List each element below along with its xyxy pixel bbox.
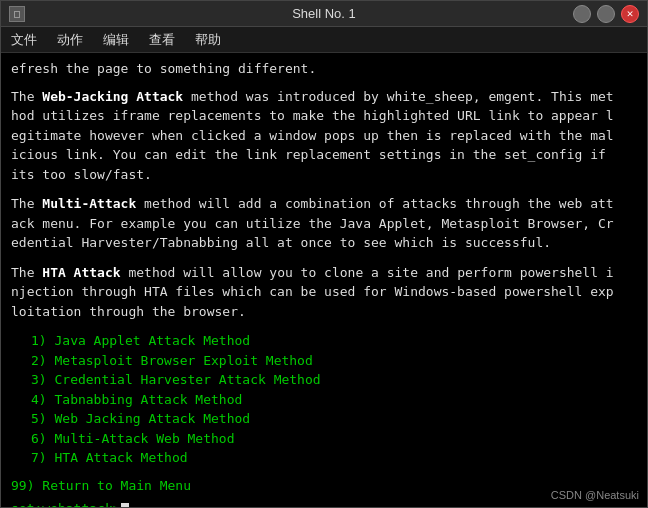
attack-list: 1) Java Applet Attack Method 2) Metasplo… [31, 331, 637, 468]
list-item-3: 3) Credential Harvester Attack Method [31, 370, 637, 390]
menu-file[interactable]: 文件 [7, 29, 41, 51]
list-item-4: 4) Tabnabbing Attack Method [31, 390, 637, 410]
web-jacking-section: The Web-Jacking Attack method was introd… [11, 87, 637, 185]
list-item-2: 2) Metasploit Browser Exploit Method [31, 351, 637, 371]
prompt-text: set:webattack> [11, 501, 121, 507]
multi-attack-label: Multi-Attack [42, 196, 136, 211]
list-item-6: 6) Multi-Attack Web Method [31, 429, 637, 449]
list-item-5: 5) Web Jacking Attack Method [31, 409, 637, 429]
menu-bar: 文件 动作 编辑 查看 帮助 [1, 27, 647, 53]
cursor [121, 503, 129, 508]
title-bar-left: □ [9, 6, 29, 22]
hta-attack-section: The HTA Attack method will allow you to … [11, 263, 637, 322]
multi-attack-section: The Multi-Attack method will add a combi… [11, 194, 637, 253]
list-item-1: 1) Java Applet Attack Method [31, 331, 637, 351]
window-title: Shell No. 1 [292, 6, 356, 21]
close-button[interactable]: ✕ [621, 5, 639, 23]
menu-action[interactable]: 动作 [53, 29, 87, 51]
minimize-button[interactable] [573, 5, 591, 23]
return-line: 99) Return to Main Menu [11, 476, 637, 496]
menu-view[interactable]: 查看 [145, 29, 179, 51]
list-item-7: 7) HTA Attack Method [31, 448, 637, 468]
terminal-body[interactable]: efresh the page to something different. … [1, 53, 647, 507]
terminal-window: □ Shell No. 1 ✕ 文件 动作 编辑 查看 帮助 efresh th… [0, 0, 648, 508]
watermark: CSDN @Neatsuki [551, 487, 639, 504]
menu-help[interactable]: 帮助 [191, 29, 225, 51]
window-icon: □ [9, 6, 25, 22]
maximize-button[interactable] [597, 5, 615, 23]
prompt-line: set:webattack> [11, 499, 637, 507]
hta-attack-label: HTA Attack [42, 265, 120, 280]
title-bar: □ Shell No. 1 ✕ [1, 1, 647, 27]
window-controls: ✕ [573, 5, 639, 23]
web-jacking-label: Web-Jacking Attack [42, 89, 183, 104]
menu-edit[interactable]: 编辑 [99, 29, 133, 51]
intro-line: efresh the page to something different. [11, 59, 637, 79]
